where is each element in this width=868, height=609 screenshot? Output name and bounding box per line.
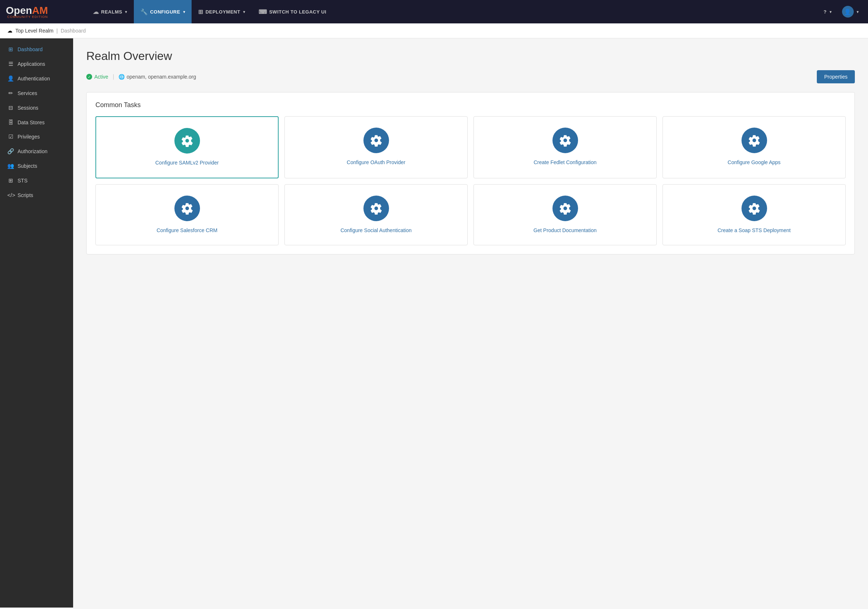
- dashboard-icon: ⊞: [7, 46, 14, 53]
- question-icon: ?: [824, 9, 827, 15]
- task-label-samlv2: Configure SAMLv2 Provider: [155, 160, 219, 167]
- data-stores-icon: 🗄: [7, 119, 14, 126]
- scripts-icon: </>: [7, 192, 14, 198]
- task-label-salesforce: Configure Salesforce CRM: [157, 227, 217, 234]
- active-label: Active: [95, 74, 108, 80]
- deployment-icon: ⊞: [198, 8, 203, 15]
- terminal-icon: ⌨: [259, 8, 267, 15]
- task-label-docs: Get Product Documentation: [533, 227, 597, 234]
- breadcrumb-separator: |: [56, 28, 58, 34]
- top-navigation: OpenAM COMMUNITY EDITION ☁ REALMS ▾ 🔧 CO…: [0, 0, 868, 23]
- active-dot: ✓: [86, 74, 92, 80]
- task-label-google: Configure Google Apps: [728, 159, 781, 166]
- main-content: Realm Overview ✓ Active | 🌐 openam, open…: [73, 39, 868, 607]
- logo-am: AM: [32, 5, 48, 16]
- chevron-down-icon: ▾: [125, 10, 127, 14]
- sidebar-item-label: Subjects: [17, 163, 37, 169]
- logo-open: Open: [6, 5, 32, 16]
- nav-deployment[interactable]: ⊞ DEPLOYMENT ▾: [192, 0, 251, 23]
- sidebar-item-sessions[interactable]: ⊟ Sessions: [0, 101, 73, 115]
- sidebar-item-label: Privileges: [17, 134, 40, 139]
- task-card-salesforce[interactable]: Configure Salesforce CRM: [95, 184, 279, 246]
- status-url: 🌐 openam, openam.example.org: [118, 74, 196, 80]
- sidebar-item-sts[interactable]: ⊞ STS: [0, 173, 73, 188]
- sidebar-item-label: Authorization: [17, 149, 48, 154]
- logo[interactable]: OpenAM COMMUNITY EDITION: [6, 5, 86, 19]
- common-tasks-title: Common Tasks: [95, 101, 846, 109]
- sidebar-item-label: STS: [17, 178, 28, 183]
- task-label-social: Configure Social Authentication: [340, 227, 412, 234]
- sidebar-item-services[interactable]: ✏ Services: [0, 86, 73, 101]
- avatar: 👤: [842, 6, 854, 17]
- nav-realms[interactable]: ☁ REALMS ▾: [86, 0, 134, 23]
- breadcrumb: ☁ Top Level Realm | Dashboard: [0, 23, 868, 39]
- sidebar-item-label: Dashboard: [17, 46, 43, 52]
- page-title: Realm Overview: [86, 50, 855, 63]
- realm-url: openam, openam.example.org: [127, 74, 196, 80]
- sidebar-item-data-stores[interactable]: 🗄 Data Stores: [0, 115, 73, 129]
- nav-legacy-label: SWITCH TO LEGACY UI: [269, 9, 326, 15]
- task-label-fedlet: Create Fedlet Configuration: [534, 159, 597, 166]
- task-icon-google: [741, 127, 767, 153]
- chevron-down-icon: ▾: [829, 10, 832, 14]
- subjects-icon: 👥: [7, 163, 14, 169]
- sidebar-item-label: Applications: [17, 61, 45, 67]
- task-label-oauth: Configure OAuth Provider: [347, 159, 405, 166]
- privileges-icon: ☑: [7, 133, 14, 140]
- nav-legacy[interactable]: ⌨ SWITCH TO LEGACY UI: [252, 0, 333, 23]
- task-icon-salesforce: [174, 195, 200, 221]
- sidebar-item-scripts[interactable]: </> Scripts: [0, 188, 73, 202]
- nav-right: ? ▾ 👤 ▾: [820, 0, 862, 23]
- task-icon-samlv2: [174, 128, 200, 153]
- nav-configure-label: CONFIGURE: [150, 9, 180, 15]
- sidebar-item-authentication[interactable]: 👤 Authentication: [0, 71, 73, 86]
- sidebar-item-applications[interactable]: ☰ Applications: [0, 57, 73, 71]
- task-icon-oauth: [363, 127, 389, 153]
- main-layout: ⊞ Dashboard ☰ Applications 👤 Authenticat…: [0, 39, 868, 607]
- sidebar-item-subjects[interactable]: 👥 Subjects: [0, 159, 73, 173]
- task-card-social[interactable]: Configure Social Authentication: [284, 184, 468, 246]
- cloud-icon: ☁: [93, 8, 99, 15]
- breadcrumb-cloud-icon: ☁: [7, 28, 12, 34]
- task-icon-docs: [552, 195, 578, 221]
- services-icon: ✏: [7, 90, 14, 96]
- nav-items: ☁ REALMS ▾ 🔧 CONFIGURE ▾ ⊞ DEPLOYMENT ▾ …: [86, 0, 820, 23]
- logo-subtitle: COMMUNITY EDITION: [6, 15, 48, 19]
- tasks-grid: Configure SAMLv2 Provider Configure OAut…: [95, 116, 846, 245]
- authentication-icon: 👤: [7, 75, 14, 82]
- chevron-down-icon: ▾: [183, 10, 185, 14]
- user-icon: 👤: [844, 8, 851, 15]
- applications-icon: ☰: [7, 61, 14, 67]
- task-card-docs[interactable]: Get Product Documentation: [473, 184, 657, 246]
- sidebar: ⊞ Dashboard ☰ Applications 👤 Authenticat…: [0, 39, 73, 607]
- sessions-icon: ⊟: [7, 105, 14, 111]
- task-label-soap: Create a Soap STS Deployment: [718, 227, 791, 234]
- task-icon-fedlet: [552, 127, 578, 153]
- task-icon-soap: [741, 195, 767, 221]
- nav-realms-label: REALMS: [101, 9, 122, 15]
- sidebar-item-privileges[interactable]: ☑ Privileges: [0, 129, 73, 144]
- task-card-fedlet[interactable]: Create Fedlet Configuration: [473, 116, 657, 178]
- sidebar-item-label: Services: [17, 90, 37, 96]
- task-card-google[interactable]: Configure Google Apps: [662, 116, 846, 178]
- wrench-icon: 🔧: [140, 8, 148, 15]
- properties-button[interactable]: Properties: [817, 70, 855, 83]
- task-card-oauth[interactable]: Configure OAuth Provider: [284, 116, 468, 178]
- breadcrumb-realm[interactable]: Top Level Realm: [16, 28, 53, 34]
- chevron-down-icon: ▾: [857, 10, 859, 14]
- user-menu[interactable]: 👤 ▾: [839, 0, 862, 23]
- sidebar-item-label: Data Stores: [17, 119, 45, 126]
- sidebar-item-dashboard[interactable]: ⊞ Dashboard: [0, 42, 73, 57]
- sidebar-item-authorization[interactable]: 🔗 Authorization: [0, 144, 73, 159]
- nav-configure[interactable]: 🔧 CONFIGURE ▾: [134, 0, 192, 23]
- help-button[interactable]: ? ▾: [820, 0, 835, 23]
- breadcrumb-current: Dashboard: [61, 28, 86, 34]
- common-tasks-section: Common Tasks Configure SAMLv2 Provider: [86, 92, 855, 254]
- sidebar-item-label: Scripts: [17, 192, 33, 198]
- task-card-samlv2[interactable]: Configure SAMLv2 Provider: [95, 116, 279, 178]
- task-card-soap[interactable]: Create a Soap STS Deployment: [662, 184, 846, 246]
- authorization-icon: 🔗: [7, 148, 14, 155]
- globe-icon: 🌐: [118, 74, 125, 80]
- task-icon-social: [363, 195, 389, 221]
- nav-deployment-label: DEPLOYMENT: [206, 9, 240, 15]
